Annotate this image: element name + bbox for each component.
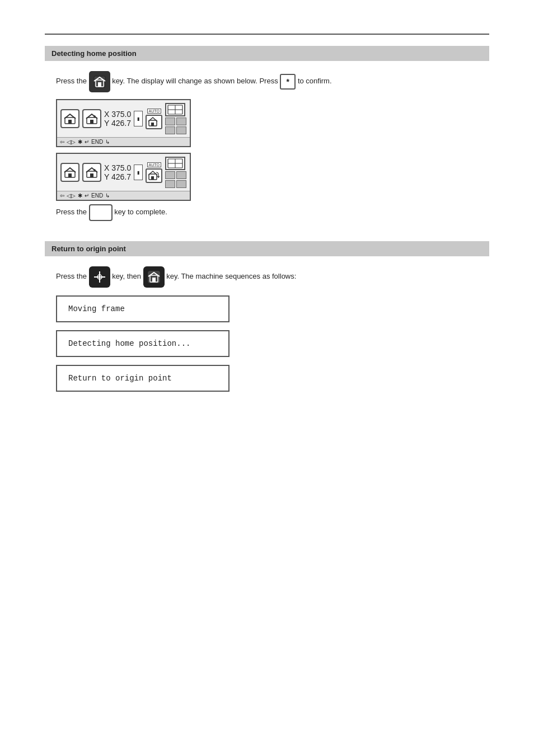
return-origin-text: Return to origin point	[68, 374, 172, 383]
panel1-left-icon-svg	[64, 112, 76, 125]
page-container: Detecting home position Press the key. T…	[0, 0, 534, 756]
panel2-footer-item2: ◁▷	[67, 192, 76, 199]
home-key-icon2-svg	[147, 270, 161, 284]
panel1-right-top-icon	[165, 103, 185, 116]
panel1-second-icon	[82, 109, 101, 128]
panel2-grid-cell4	[176, 180, 186, 188]
message-box-detecting: Detecting home position...	[56, 330, 229, 357]
panel2-auto-badge: AUTO	[147, 162, 161, 167]
panel1-footer-item4: ↵	[85, 139, 89, 145]
panel1-auto-badge: AUTO	[147, 109, 161, 114]
panel1-grid-cell1	[165, 118, 175, 125]
panel1-auto-group: AUTO	[146, 109, 162, 129]
panel2-grid-cell1	[165, 171, 175, 179]
section-spacer	[45, 228, 489, 241]
panel1-right-bottom-grid	[165, 118, 186, 134]
panel2-footer-item3: ✱	[78, 192, 82, 199]
panel1-auto-icon	[146, 115, 162, 129]
panel2-right-top-icon	[165, 157, 185, 170]
panel2-footer-item5: END	[91, 192, 103, 199]
panel2-indicator: ▮	[134, 165, 143, 180]
panel2-right-top-svg	[167, 158, 183, 168]
panel1-indicator: ▮	[134, 111, 143, 126]
panel2-auto-group: AUTO	[146, 162, 162, 183]
panel2-auto-icon-svg	[148, 171, 160, 181]
panel1-grid-cell2	[176, 118, 186, 125]
panel2-footer-item6: ↳	[105, 192, 110, 199]
section2-header: Return to origin point	[45, 241, 489, 256]
panel1-footer-item5: END	[91, 139, 103, 145]
moving-frame-text: Moving frame	[68, 304, 125, 313]
section2-body-text1: Press the key, then key. The machine seq…	[56, 266, 489, 288]
panel1-left-icon	[60, 109, 79, 128]
panel1-right-icons	[165, 103, 186, 134]
panel2-second-icon	[82, 163, 101, 182]
panel1-top: X 375.0 Y 426.7 ▮ AUTO	[57, 100, 190, 137]
panel2-footer-item1: ⇦	[60, 192, 64, 199]
section1-body-text1: Press the key. The display will change a…	[56, 71, 489, 92]
svg-rect-4	[68, 120, 72, 124]
section1-body-text2: Press the key to complete.	[56, 204, 489, 221]
panel1-grid-cell4	[176, 126, 186, 134]
svg-rect-34	[152, 278, 156, 282]
panel2-coord-y: Y 426.7	[104, 172, 131, 181]
origin-key-icon[interactable]	[89, 266, 110, 288]
panel2-coord-x: X 375.0	[104, 163, 131, 172]
panel2-right-icons	[165, 157, 186, 188]
svg-rect-15	[68, 173, 72, 177]
panel1-second-icon-svg	[86, 112, 98, 125]
section1-header: Detecting home position	[45, 46, 489, 61]
svg-rect-2	[98, 82, 101, 87]
svg-rect-21	[151, 176, 154, 180]
home-icon-svg	[92, 74, 107, 89]
svg-rect-6	[90, 120, 93, 124]
panel1-footer-item1: ⇦	[60, 139, 64, 145]
panel1-footer: ⇦ ◁▷ ✱ ↵ END ↳	[57, 137, 190, 146]
home-key-icon[interactable]	[89, 71, 110, 92]
panel1-auto-icon-svg	[148, 117, 160, 127]
origin-key-icon-svg	[92, 270, 107, 284]
panel1-footer-item6: ↳	[105, 139, 110, 145]
svg-rect-17	[90, 173, 93, 177]
panel2-auto-icon	[146, 168, 162, 183]
panel2-grid-cell3	[165, 180, 175, 188]
panel1-footer-item3: ✱	[78, 139, 82, 145]
panel2-footer: ⇦ ◁▷ ✱ ↵ END ↳	[57, 191, 190, 200]
detecting-home-text: Detecting home position...	[68, 339, 190, 348]
home-key-icon2[interactable]	[143, 266, 165, 288]
panel2-coords: X 375.0 Y 426.7	[104, 163, 131, 181]
panel1-coords: X 375.0 Y 426.7	[104, 110, 131, 128]
panel2-top: X 375.0 Y 426.7 ▮ AUTO	[57, 154, 190, 191]
panel2-left-icon	[60, 163, 79, 182]
svg-rect-10	[151, 123, 154, 126]
panel2-right-bottom-grid	[165, 171, 186, 188]
message-box-moving-frame: Moving frame	[56, 295, 229, 322]
panel1-coord-x: X 375.0	[104, 110, 131, 119]
panel1-right-top-svg	[167, 105, 183, 115]
message-box-return: Return to origin point	[56, 365, 229, 392]
panel1-coord-y: Y 426.7	[104, 119, 131, 128]
panel1-footer-item2: ◁▷	[67, 139, 76, 145]
panel2-footer-item4: ↵	[85, 192, 89, 199]
panel2-left-icon-svg	[64, 166, 76, 179]
blank-key[interactable]	[89, 204, 113, 221]
machine-panel-2: X 375.0 Y 426.7 ▮ AUTO	[56, 153, 191, 201]
panel2-grid-cell2	[176, 171, 186, 179]
machine-panel-1-wrapper: X 375.0 Y 426.7 ▮ AUTO	[56, 99, 489, 147]
machine-panel-2-wrapper: X 375.0 Y 426.7 ▮ AUTO	[56, 153, 489, 201]
top-rule	[45, 34, 489, 35]
panel2-second-icon-svg	[86, 166, 98, 179]
panel1-grid-cell3	[165, 126, 175, 134]
star-key[interactable]: *	[280, 74, 296, 90]
machine-panel-1: X 375.0 Y 426.7 ▮ AUTO	[56, 99, 191, 147]
